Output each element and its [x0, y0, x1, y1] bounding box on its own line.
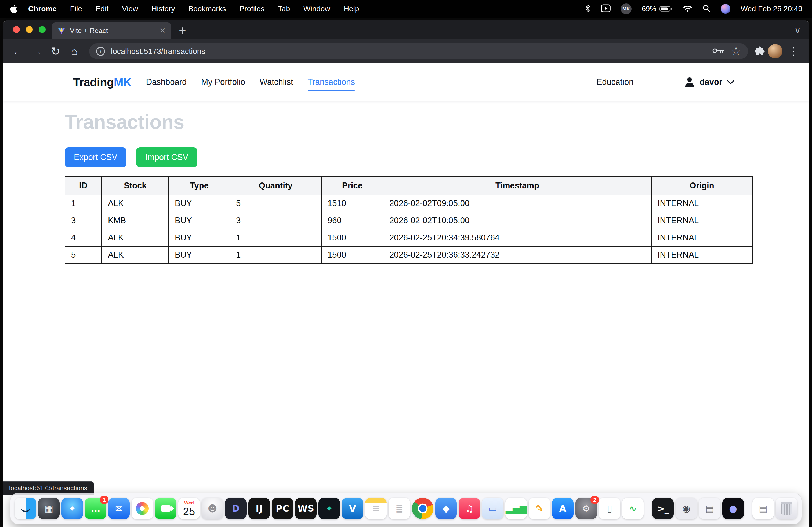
dock-webstorm-icon[interactable]: WS — [295, 498, 317, 519]
user-menu[interactable]: davor — [684, 77, 734, 88]
dock-recent-app-3-icon[interactable]: ● — [722, 498, 744, 519]
dock-music-icon[interactable]: ♫ — [459, 498, 480, 519]
dock-trash-icon[interactable] — [776, 498, 797, 519]
menu-edit[interactable]: Edit — [89, 4, 115, 13]
bluetooth-icon[interactable] — [585, 4, 591, 14]
close-window-button[interactable] — [13, 26, 20, 33]
dock-photos-icon[interactable] — [132, 498, 153, 519]
dock-mail-icon[interactable]: ✉ — [108, 498, 130, 519]
browser-profile-avatar[interactable] — [768, 44, 782, 59]
table-cell: BUY — [169, 229, 230, 246]
notes-glyph: ≡ — [372, 504, 380, 513]
dock-device-manager-icon[interactable]: ▯ — [599, 498, 620, 519]
table-cell: INTERNAL — [651, 246, 752, 264]
address-bar[interactable]: i localhost:5173/transactions ☆ — [89, 44, 748, 59]
spotlight-search-icon[interactable] — [702, 4, 710, 13]
finder-glyph — [21, 508, 30, 512]
nav-link-dashboard[interactable]: Dashboard — [146, 77, 187, 87]
dock-blue-utility-icon[interactable]: ◆ — [435, 498, 457, 519]
dock-notes-icon[interactable]: ≡ — [365, 498, 387, 519]
dock-textedit-icon[interactable]: ≣ — [389, 498, 410, 519]
vite-favicon — [57, 27, 66, 35]
dock-pycharm-icon[interactable]: PC — [272, 498, 293, 519]
site-navbar: TradingMK DashboardMy PortfolioWatchlist… — [3, 63, 809, 101]
table-cell: 5 — [230, 195, 321, 212]
dock-calendar-icon[interactable]: Wed25 — [178, 498, 200, 519]
nav-link-transactions[interactable]: Transactions — [308, 77, 355, 87]
webstorm-glyph: WS — [298, 504, 314, 513]
new-tab-button[interactable]: + — [179, 24, 186, 36]
url-text[interactable]: localhost:5173/transactions — [111, 47, 706, 56]
dock-safari-icon[interactable]: ✦ — [61, 498, 83, 519]
dock-facetime-icon[interactable] — [155, 498, 176, 519]
passwords-key-icon[interactable] — [712, 47, 724, 55]
stats-glyph: ▂▄▆ — [506, 504, 526, 513]
site-info-icon[interactable]: i — [96, 47, 105, 56]
tab-close-icon[interactable]: × — [160, 26, 165, 35]
dock-recent-app-2-icon[interactable]: ▤ — [699, 498, 721, 519]
dock-messages-icon[interactable]: …1 — [85, 498, 106, 519]
battery-indicator[interactable]: 69% — [642, 5, 673, 13]
intellij-idea-glyph: IJ — [256, 504, 262, 513]
menu-window[interactable]: Window — [297, 4, 337, 13]
dock-downloads-icon[interactable]: ▤ — [752, 498, 774, 519]
import-csv-button[interactable]: Import CSV — [136, 147, 197, 167]
recent-app-1-glyph: ◉ — [682, 504, 690, 513]
table-row: 5ALKBUY115002026-02-25T20:36:33.242732IN… — [65, 246, 752, 264]
browser-tab[interactable]: Vite + React × — [52, 22, 171, 39]
menu-chrome[interactable]: Chrome — [21, 4, 63, 13]
dock-terminal-icon[interactable]: >_ — [652, 498, 674, 519]
bookmark-star-icon[interactable]: ☆ — [731, 46, 741, 57]
dock-recent-app-1-icon[interactable]: ◉ — [676, 498, 697, 519]
minimize-window-button[interactable] — [26, 26, 33, 33]
dock-health-monitor-icon[interactable]: ∿ — [622, 498, 644, 519]
export-csv-button[interactable]: Export CSV — [65, 147, 127, 167]
dock-chrome-icon[interactable] — [412, 498, 433, 519]
menu-bar: ChromeFileEditViewHistoryBookmarksProfil… — [0, 0, 812, 18]
dock-app-store-icon[interactable]: A — [552, 498, 574, 519]
dock-contacts-icon[interactable]: ☻ — [202, 498, 223, 519]
menu-view[interactable]: View — [115, 4, 145, 13]
menu-help[interactable]: Help — [337, 4, 366, 13]
menu-tab[interactable]: Tab — [271, 4, 297, 13]
reload-button[interactable]: ↻ — [47, 43, 64, 60]
dock-intellij-idea-icon[interactable]: IJ — [248, 498, 270, 519]
menu-file[interactable]: File — [63, 4, 89, 13]
col-header-timestamp: Timestamp — [383, 177, 651, 195]
dock-vscode-icon[interactable]: V — [342, 498, 363, 519]
nav-link-education[interactable]: Education — [597, 77, 634, 87]
dock-discord-icon[interactable]: D — [225, 498, 246, 519]
apple-menu-icon[interactable] — [10, 5, 18, 13]
table-cell: ALK — [102, 195, 169, 212]
menu-history[interactable]: History — [145, 4, 182, 13]
home-button[interactable]: ⌂ — [66, 43, 83, 60]
dock-system-settings-icon[interactable]: ⚙2 — [576, 498, 597, 519]
dock-starburst-app-icon[interactable]: ✦ — [318, 498, 340, 519]
nav-link-watchlist[interactable]: Watchlist — [260, 77, 293, 87]
back-button[interactable]: ← — [10, 43, 26, 60]
menu-bookmarks[interactable]: Bookmarks — [182, 4, 233, 13]
now-playing-icon[interactable] — [601, 4, 611, 13]
profile-gradient-icon[interactable] — [721, 4, 730, 14]
recent-app-3-glyph: ● — [729, 504, 737, 513]
table-cell: ALK — [102, 246, 169, 264]
menu-profiles[interactable]: Profiles — [233, 4, 271, 13]
nav-link-my-portfolio[interactable]: My Portfolio — [201, 77, 245, 87]
browser-menu-kebab-icon[interactable]: ⋮ — [785, 46, 802, 57]
device-manager-glyph: ▯ — [607, 504, 612, 513]
dock-launchpad-icon[interactable]: ▦ — [38, 498, 60, 519]
browser-titlebar: Vite + React × + ∨ — [3, 20, 809, 39]
forward-button[interactable]: → — [28, 43, 45, 60]
dock-iphone-mirroring-icon[interactable]: ▭ — [482, 498, 504, 519]
dock-pages-icon[interactable]: ✎ — [529, 498, 550, 519]
extensions-puzzle-icon[interactable] — [755, 45, 766, 57]
dock-stats-icon[interactable]: ▂▄▆ — [505, 498, 527, 519]
mk-menu-badge[interactable]: MK — [621, 3, 632, 14]
menu-clock[interactable]: Wed Feb 25 20:49 — [741, 4, 802, 13]
dock-finder-icon[interactable] — [15, 498, 36, 519]
wifi-icon[interactable] — [683, 4, 692, 13]
brand-logo[interactable]: TradingMK — [73, 76, 132, 89]
table-cell: BUY — [169, 195, 230, 212]
zoom-window-button[interactable] — [39, 26, 46, 33]
tab-search-chevron-icon[interactable]: ∨ — [795, 25, 801, 35]
